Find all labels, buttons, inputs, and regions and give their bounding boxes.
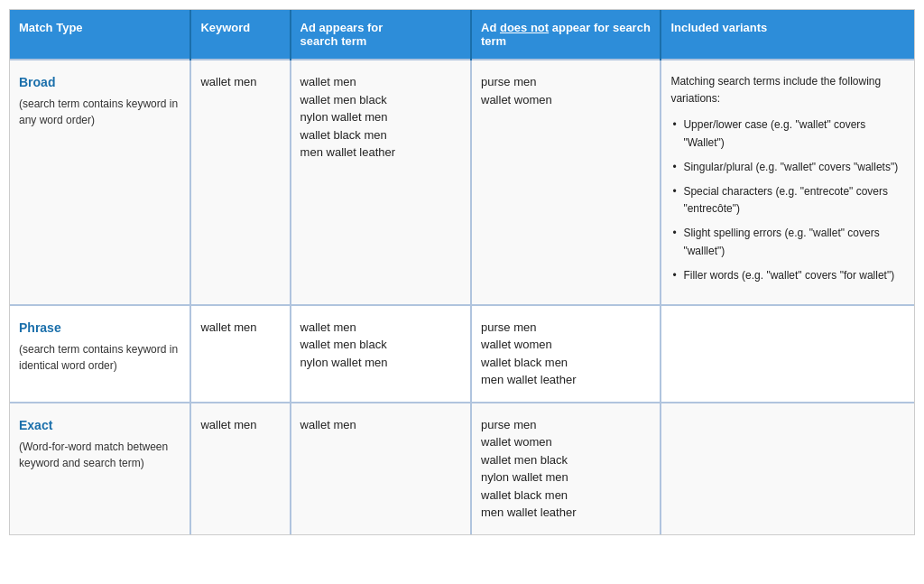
match-type-label: Exact	[19, 416, 180, 435]
appears-cell: wallet menwallet men blacknylon wallet m…	[291, 305, 471, 403]
match-type-cell: Phrase(search term contains keyword in i…	[10, 305, 190, 403]
table-header-row: Match Type Keyword Ad appears for search…	[10, 10, 914, 60]
header-not-appears-underline: does not	[500, 21, 549, 34]
not-appears-term: wallet black men	[481, 487, 651, 505]
variants-list-item: Filler words (e.g. "wallet" covers "for …	[670, 267, 905, 284]
header-keyword: Keyword	[190, 10, 290, 60]
appears-term: wallet black men	[300, 126, 461, 144]
not-appears-term: purse men	[481, 416, 651, 434]
variants-cell: Matching search terms include the follow…	[661, 60, 914, 305]
variants-cell	[661, 403, 914, 534]
variants-list: Upper/lower case (e.g. "wallet" covers "…	[670, 116, 905, 284]
variants-list-item: Special characters (e.g. "entrecote" cov…	[670, 183, 905, 218]
header-match-type: Match Type	[10, 10, 190, 60]
variants-cell	[661, 305, 914, 403]
appears-term: wallet men black	[300, 336, 461, 354]
match-type-label: Phrase	[19, 319, 180, 338]
not-appears-term: wallet women	[481, 91, 651, 109]
match-type-cell: Exact(Word-for-word match between keywor…	[10, 403, 190, 534]
variants-list-item: Upper/lower case (e.g. "wallet" covers "…	[670, 116, 905, 151]
appears-term: wallet men	[300, 73, 461, 91]
not-appears-term: purse men	[481, 319, 651, 337]
not-appears-term: men wallet leather	[481, 504, 651, 522]
not-appears-term: purse men	[481, 73, 651, 91]
variants-list-item: Slight spelling errors (e.g. "wallet" co…	[670, 225, 905, 259]
match-type-desc: (search term contains keyword in identic…	[19, 341, 180, 374]
not-appears-term: wallet women	[481, 336, 651, 354]
header-not-appears: Ad does not appear for search term	[471, 10, 661, 60]
variants-list-item: Singular/plural (e.g. "wallet" covers "w…	[670, 159, 905, 176]
keyword-cell: wallet men	[190, 403, 290, 534]
not-appears-cell: purse menwallet womenwallet men blacknyl…	[471, 403, 661, 534]
not-appears-term: wallet men black	[481, 451, 651, 469]
table-body: Broad(search term contains keyword in an…	[10, 60, 914, 534]
not-appears-term: wallet women	[481, 433, 651, 451]
not-appears-term: wallet black men	[481, 354, 651, 372]
appears-term: nylon wallet men	[300, 354, 461, 372]
header-variants: Included variants	[661, 10, 914, 60]
header-appears: Ad appears for search term	[291, 10, 471, 60]
appears-term: wallet men	[300, 416, 461, 434]
appears-term: nylon wallet men	[300, 108, 461, 126]
appears-cell: wallet menwallet men blacknylon wallet m…	[291, 60, 471, 305]
not-appears-cell: purse menwallet women	[471, 60, 661, 305]
table-row: Phrase(search term contains keyword in i…	[10, 305, 914, 403]
header-appears-line1: Ad appears for	[300, 21, 383, 34]
table-row: Broad(search term contains keyword in an…	[10, 60, 914, 305]
not-appears-term: nylon wallet men	[481, 468, 651, 487]
variants-intro: Matching search terms include the follow…	[670, 73, 905, 107]
not-appears-cell: purse menwallet womenwallet black menmen…	[471, 305, 661, 403]
appears-term: wallet men	[300, 319, 461, 337]
appears-cell: wallet men	[291, 403, 471, 534]
match-type-desc: (Word-for-word match between keyword and…	[19, 439, 180, 471]
appears-term: wallet men black	[300, 91, 461, 109]
keyword-cell: wallet men	[190, 305, 290, 403]
main-table-wrapper: Match Type Keyword Ad appears for search…	[9, 9, 915, 535]
keyword-cell: wallet men	[190, 60, 290, 305]
match-type-table: Match Type Keyword Ad appears for search…	[10, 10, 914, 534]
header-not-appears-pre: Ad	[481, 21, 500, 34]
match-type-label: Broad	[19, 73, 180, 92]
not-appears-term: men wallet leather	[481, 371, 651, 389]
match-type-desc: (search term contains keyword in any wor…	[19, 96, 180, 128]
appears-term: men wallet leather	[300, 144, 461, 162]
match-type-cell: Broad(search term contains keyword in an…	[10, 60, 190, 305]
header-appears-line2: search term	[300, 34, 367, 48]
table-row: Exact(Word-for-word match between keywor…	[10, 403, 914, 534]
